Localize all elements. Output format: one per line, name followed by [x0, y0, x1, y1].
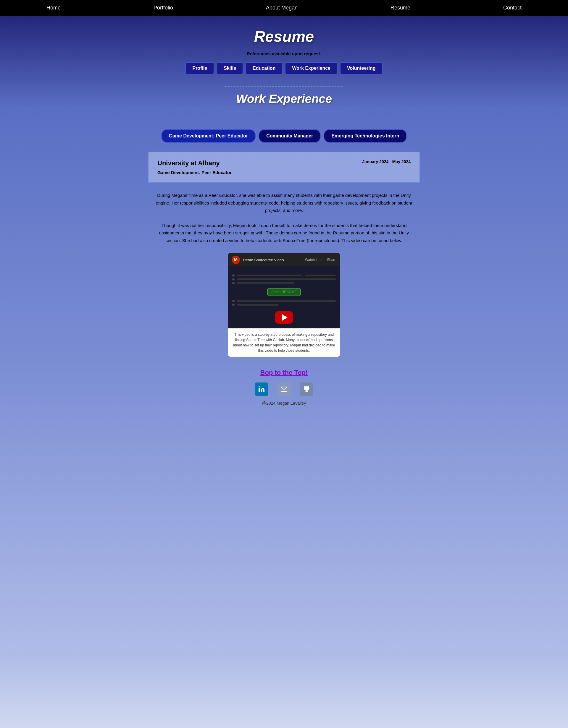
- video-ui-fake: Add a README: [228, 271, 340, 309]
- ui-line-5: [237, 300, 336, 302]
- ui-dot-5: [232, 304, 234, 306]
- tab-volunteering[interactable]: Volunteering: [340, 62, 383, 74]
- bop-to-top-section: Bop to the Top!: [148, 369, 420, 377]
- section-title-wrapper: Work Experience: [148, 86, 420, 120]
- ui-row-3: [232, 282, 336, 284]
- tab-skills[interactable]: Skills: [216, 62, 243, 74]
- video-caption: This video is a step-by-step process of …: [228, 328, 340, 357]
- navigation: Home Portfolio About Megan Resume Contac…: [0, 0, 568, 16]
- job-tab-peer-educator[interactable]: Game Development: Peer Educator: [161, 129, 256, 143]
- job-institution: University at Albany: [157, 159, 232, 167]
- svg-rect-0: [258, 388, 260, 392]
- watch-later-btn[interactable]: Watch later: [305, 258, 323, 262]
- ui-line-4: [237, 282, 294, 284]
- job-tabs: Game Development: Peer Educator Communit…: [148, 129, 420, 143]
- job-card-right: January 2024 - May 2024: [363, 159, 411, 164]
- job-card-left: University at Albany Game Development: P…: [157, 159, 232, 175]
- tab-profile[interactable]: Profile: [185, 62, 214, 74]
- ui-dot-1: [232, 274, 234, 277]
- job-role: Game Development: Peer Educator: [157, 170, 232, 175]
- video-header-actions: Watch later Share: [305, 258, 336, 262]
- github-icon[interactable]: [300, 382, 313, 396]
- video-avatar: M: [232, 256, 240, 264]
- nav-contact[interactable]: Contact: [497, 3, 527, 13]
- section-title-box: Work Experience: [224, 86, 344, 111]
- ui-dot-3: [232, 282, 234, 284]
- ui-line-1: [237, 275, 302, 276]
- job-tab-community-manager[interactable]: Community Manager: [258, 129, 321, 143]
- job-description-para1: During Megans' time as a Peer Educator, …: [148, 192, 420, 214]
- section-tabs: Profile Skills Education Work Experience…: [148, 62, 420, 74]
- reference-text: References available upon request.: [148, 51, 420, 56]
- section-title: Work Experience: [236, 92, 332, 106]
- nav-home[interactable]: Home: [41, 3, 67, 13]
- page-title: Resume: [148, 27, 420, 45]
- main-container: Resume References available upon request…: [142, 16, 426, 423]
- footer-copyright: @2024 Megan LaValley: [148, 401, 420, 411]
- ui-row-1: [232, 274, 336, 277]
- job-description-para2: Though it was not her responsibility, Me…: [148, 222, 420, 244]
- job-date-range: January 2024 - May 2024: [363, 159, 411, 164]
- ui-line-3: [237, 278, 336, 280]
- share-btn[interactable]: Share: [327, 258, 336, 262]
- ui-line-6: [237, 304, 278, 306]
- tab-work-experience[interactable]: Work Experience: [285, 62, 338, 74]
- nav-resume[interactable]: Resume: [385, 3, 416, 13]
- tab-education[interactable]: Education: [245, 62, 282, 74]
- ui-row-4: [232, 300, 336, 302]
- video-thumbnail[interactable]: Add a README: [228, 266, 340, 328]
- svg-point-1: [258, 386, 260, 387]
- ui-dot-4: [232, 300, 234, 302]
- linkedin-icon[interactable]: [255, 382, 268, 396]
- footer-social-icons: [148, 382, 420, 396]
- add-readme-fake-btn: Add a README: [267, 288, 301, 296]
- video-header: M Demo Sourcetree Video Watch later Shar…: [228, 253, 340, 266]
- job-card: University at Albany Game Development: P…: [148, 152, 420, 183]
- video-embed-box: M Demo Sourcetree Video Watch later Shar…: [228, 253, 340, 357]
- ui-dot-2: [232, 278, 234, 281]
- video-screenshot-overlay: Add a README: [228, 266, 340, 328]
- nav-about[interactable]: About Megan: [260, 3, 304, 13]
- email-icon[interactable]: [277, 382, 291, 396]
- ui-row-2: [232, 278, 336, 281]
- play-triangle-icon: [281, 314, 288, 321]
- ui-line-2: [305, 275, 336, 276]
- ui-row-5: [232, 304, 336, 306]
- play-button[interactable]: [275, 311, 293, 324]
- video-title: Demo Sourcetree Video: [243, 258, 302, 262]
- job-tab-emerging-tech[interactable]: Emerging Technologies Intern: [324, 129, 407, 143]
- nav-portfolio[interactable]: Portfolio: [148, 3, 179, 13]
- bop-to-top-link[interactable]: Bop to the Top!: [260, 369, 308, 376]
